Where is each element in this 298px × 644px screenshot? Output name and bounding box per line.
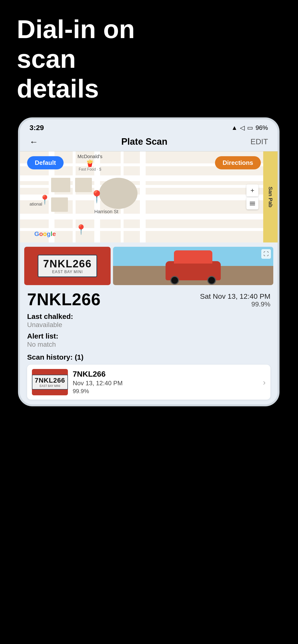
road-h3 — [20, 214, 278, 220]
road-h-thin3 — [20, 228, 278, 231]
plate-image[interactable]: 7NKL266 EAST BAY MINI — [24, 247, 111, 285]
battery-percentage: 96% — [255, 124, 268, 132]
plate-number-image: 7NKL266 — [43, 258, 92, 270]
plate-number-large: 7NKL266 — [27, 290, 101, 309]
map-circle1 — [99, 178, 137, 209]
directions-button[interactable]: Directions — [215, 156, 261, 170]
history-confidence: 99.9% — [73, 388, 258, 394]
history-section: Scan history: (1) 7NKL266 EAST BAY MINI … — [20, 353, 278, 404]
history-chevron-icon: › — [263, 378, 266, 387]
map-block3 — [51, 198, 68, 212]
hero-text: Dial-in on scandetails — [17, 14, 156, 104]
alert-list-row: Alert list: No match — [27, 332, 270, 348]
edit-button[interactable]: EDIT — [250, 137, 268, 146]
status-icons: ▲ ◁ ▭ 96% — [231, 124, 268, 132]
svg-rect-2 — [250, 204, 255, 205]
street-label: Harrison St — [94, 209, 118, 214]
road-v3 — [140, 152, 146, 242]
status-time: 3:29 — [30, 124, 44, 132]
details-section: 7NKL266 Sat Nov 13, 12:40 PM 99.9% Last … — [20, 288, 278, 353]
national-label: ational — [30, 202, 42, 207]
alert-list-value: No match — [27, 341, 270, 348]
car-scene — [113, 247, 273, 285]
plate-state-image: EAST BAY MINI — [43, 270, 92, 274]
page-title: Plate Scan — [121, 136, 167, 147]
phone-frame: 3:29 ▲ ◁ ▭ 96% ← Plate Scan EDIT — [18, 118, 279, 406]
plate-header-row: 7NKL266 Sat Nov 13, 12:40 PM 99.9% — [27, 290, 270, 309]
mcdonalds-label: McDonald's 🍟 Fast Food · $ — [77, 154, 102, 172]
svg-rect-0 — [250, 202, 255, 202]
signal-icon: ◁ — [240, 124, 245, 132]
car-top — [174, 250, 212, 264]
mcdonalds-name: McDonald's — [77, 154, 102, 159]
gray-pin: 📍 — [75, 224, 87, 235]
map-container: San Pab 📍 Harrison St 📍 ational McDonald… — [20, 152, 278, 242]
history-info: 7NKL266 Nov 13, 12:40 PM 99.9% — [73, 370, 258, 394]
map-controls: + — [246, 184, 258, 210]
car-wheel-left — [170, 276, 179, 284]
top-bar: ← Plate Scan EDIT — [20, 134, 278, 152]
wifi-icon: ▲ — [231, 124, 238, 132]
svg-rect-1 — [250, 203, 255, 204]
last-chalked-value: Unavailable — [27, 321, 270, 329]
history-plate-image: 7NKL266 EAST BAY MINI — [32, 369, 68, 395]
last-chalked-label: Last chalked: — [27, 312, 270, 320]
back-arrow-icon: ← — [30, 137, 38, 147]
scan-date: Sat Nov 13, 12:40 PM — [200, 292, 271, 300]
car-image[interactable]: ⛶ — [113, 247, 273, 285]
default-button[interactable]: Default — [27, 156, 64, 170]
last-chalked-row: Last chalked: Unavailable — [27, 312, 270, 329]
fullscreen-icon[interactable]: ⛶ — [261, 249, 271, 259]
car-body — [166, 261, 221, 280]
map-background: San Pab 📍 Harrison St 📍 ational McDonald… — [20, 152, 278, 242]
car-wheel-right — [207, 276, 216, 284]
mcdonalds-icon: 🍟 — [77, 159, 102, 167]
map-layer-button[interactable] — [246, 198, 258, 210]
alert-list-label: Alert list: — [27, 332, 270, 340]
scan-info: Sat Nov 13, 12:40 PM 99.9% — [200, 290, 271, 308]
status-bar: 3:29 ▲ ◁ ▭ 96% — [20, 119, 278, 134]
history-plate-text: 7NKL266 — [35, 376, 65, 384]
yellow-label: San Pab — [263, 152, 278, 242]
history-date: Nov 13, 12:40 PM — [73, 380, 258, 387]
google-logo: Google — [34, 230, 56, 238]
history-card[interactable]: 7NKL266 EAST BAY MINI 7NKL266 Nov 13, 12… — [27, 365, 270, 400]
scan-confidence: 99.9% — [200, 300, 271, 308]
history-plate-inner: 7NKL266 EAST BAY MINI — [32, 375, 68, 390]
map-block1 — [51, 178, 70, 192]
map-pin: 📍 — [89, 190, 104, 204]
images-row: 7NKL266 EAST BAY MINI ⛶ — [20, 242, 278, 288]
history-plate-number: 7NKL266 — [73, 370, 258, 378]
mcdonalds-sub: Fast Food · $ — [77, 167, 102, 172]
scan-history-label: Scan history: (1) — [27, 353, 270, 361]
battery-icon: ▭ — [247, 124, 253, 132]
history-plate-state: EAST BAY MINI — [35, 384, 65, 388]
zoom-in-button[interactable]: + — [246, 184, 258, 196]
plate-image-inner: 7NKL266 EAST BAY MINI — [38, 255, 97, 277]
back-button[interactable]: ← — [30, 137, 38, 147]
